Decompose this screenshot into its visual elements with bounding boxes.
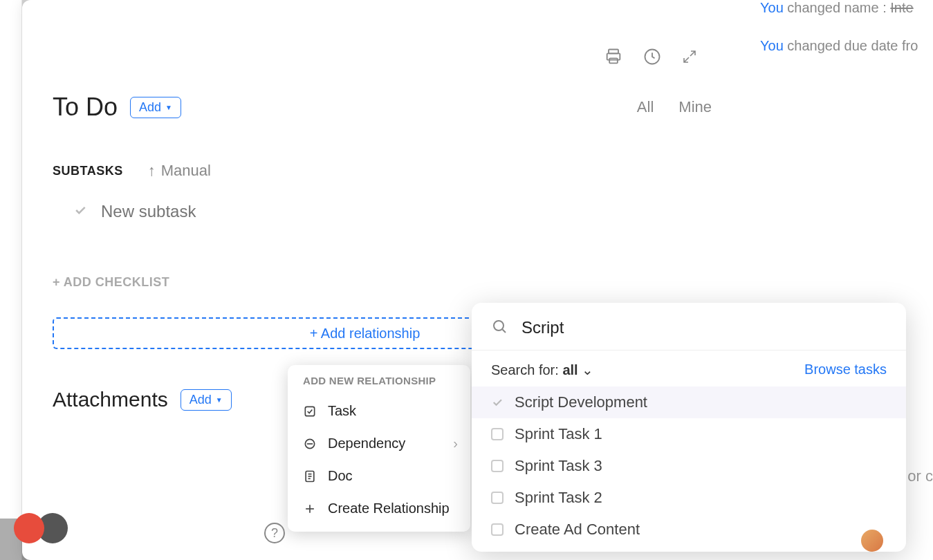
svg-rect-2: [609, 58, 618, 63]
chevron-down-icon: ⌄: [582, 362, 593, 377]
search-result-item[interactable]: Sprint Task 1: [472, 418, 906, 450]
new-subtask-input[interactable]: [101, 202, 308, 221]
avatar-badge[interactable]: [14, 513, 44, 543]
browse-tasks-link[interactable]: Browse tasks: [804, 362, 887, 378]
print-icon[interactable]: [604, 47, 623, 69]
activity-item: You changed due date fro: [760, 38, 933, 54]
check-icon: [73, 203, 87, 220]
result-label: Sprint Task 1: [515, 425, 602, 443]
search-result-item[interactable]: Create Ad Content: [472, 514, 906, 545]
sort-manual[interactable]: ↑ Manual: [148, 162, 211, 180]
search-result-item[interactable]: Sprint Task 3: [472, 450, 906, 482]
check-icon: [491, 396, 504, 409]
menu-item-task[interactable]: Task: [288, 395, 470, 427]
relationship-menu: ADD NEW RELATIONSHIP Task Dependency › D…: [288, 365, 470, 532]
add-attachment-button[interactable]: Add ▼: [181, 389, 232, 411]
search-result-item[interactable]: Sprint Task 2: [472, 482, 906, 514]
caret-down-icon: ▼: [216, 396, 223, 404]
add-checklist-button[interactable]: + ADD CHECKLIST: [53, 275, 905, 290]
task-icon: [303, 404, 317, 418]
result-label: Sprint Task 2: [515, 489, 602, 507]
doc-icon: [303, 469, 317, 483]
result-label: Script Development: [515, 393, 647, 411]
arrow-up-icon: ↑: [148, 162, 156, 180]
svg-rect-4: [305, 407, 314, 416]
check-icon: [491, 428, 504, 440]
check-icon: [491, 460, 504, 472]
check-icon: [491, 523, 504, 536]
subtasks-label: SUBTASKS: [53, 164, 123, 178]
plus-icon: [303, 502, 317, 516]
help-icon[interactable]: ?: [264, 523, 285, 543]
history-icon[interactable]: [643, 47, 662, 69]
result-label: Sprint Task 3: [515, 457, 602, 475]
search-icon: [491, 318, 508, 337]
search-popup: Search for: all ⌄ Browse tasks Script De…: [472, 303, 906, 552]
chevron-right-icon: ›: [453, 436, 458, 451]
search-result-item[interactable]: Script Development: [472, 386, 906, 418]
activity-log: You changed name : Inte You changed due …: [760, 0, 933, 76]
check-icon: [491, 492, 504, 504]
avatar[interactable]: [861, 530, 883, 552]
search-filter[interactable]: Search for: all ⌄: [491, 362, 593, 378]
attachments-title: Attachments: [53, 388, 168, 411]
menu-header: ADD NEW RELATIONSHIP: [288, 375, 470, 395]
add-button[interactable]: Add ▼: [130, 97, 181, 118]
menu-item-create[interactable]: Create Relationship: [288, 492, 470, 525]
expand-icon[interactable]: [681, 48, 698, 68]
result-label: Create Ad Content: [515, 521, 640, 539]
tab-mine[interactable]: Mine: [678, 98, 712, 116]
dependency-icon: [303, 437, 317, 451]
svg-point-13: [494, 321, 504, 330]
svg-line-14: [503, 330, 506, 333]
menu-item-doc[interactable]: Doc: [288, 460, 470, 492]
page-title: To Do: [53, 93, 118, 122]
tab-all[interactable]: All: [637, 98, 654, 116]
or-text: or c: [907, 467, 933, 485]
menu-item-dependency[interactable]: Dependency ›: [288, 427, 470, 460]
sidebar: [0, 0, 22, 560]
caret-down-icon: ▼: [165, 104, 172, 111]
search-input[interactable]: [521, 318, 887, 337]
activity-item: You changed name : Inte: [760, 0, 933, 16]
